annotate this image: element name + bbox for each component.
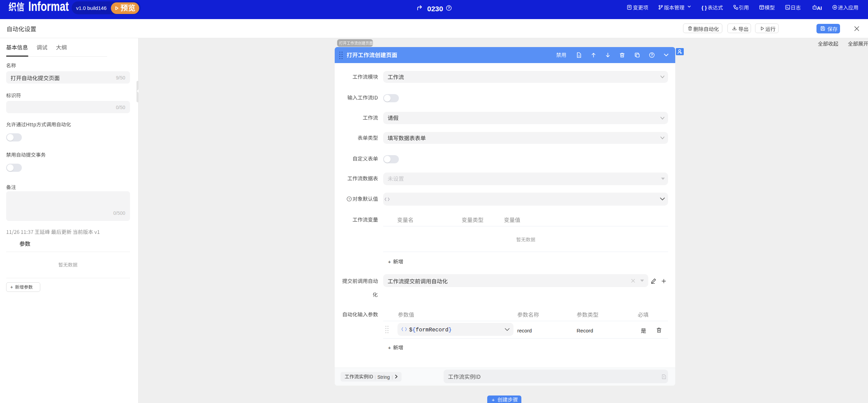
svg-text:?: ? — [348, 197, 350, 201]
svg-text:?: ? — [448, 6, 450, 10]
svg-text:?: ? — [651, 53, 653, 57]
